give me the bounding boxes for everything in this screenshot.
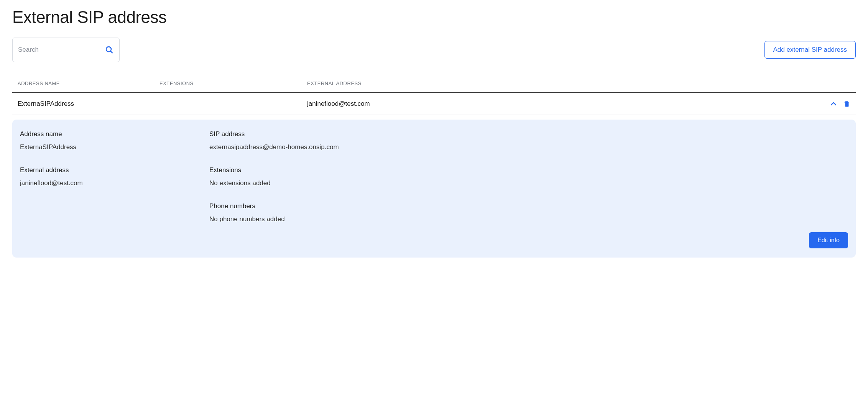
value-external-address: janineflood@test.com (20, 179, 209, 187)
table-header: ADDRESS NAME EXTENSIONS EXTERNAL ADDRESS (12, 80, 856, 93)
label-external-address: External address (20, 166, 209, 174)
col-header-external-address: EXTERNAL ADDRESS (307, 80, 820, 86)
label-phone-numbers: Phone numbers (209, 202, 848, 210)
detail-panel: Address name ExternaSIPAddress SIP addre… (12, 120, 856, 258)
search-box[interactable] (12, 38, 120, 62)
page-title: External SIP address (12, 8, 856, 27)
add-external-sip-button[interactable]: Add external SIP address (764, 41, 856, 59)
search-input[interactable] (18, 46, 105, 54)
field-extensions: Extensions No extensions added (209, 166, 848, 187)
field-external-address: External address janineflood@test.com (20, 166, 209, 223)
col-header-name: ADDRESS NAME (18, 80, 159, 86)
table-row[interactable]: ExternaSIPAddress janineflood@test.com (12, 93, 856, 115)
delete-icon[interactable] (843, 100, 850, 108)
cell-external-address: janineflood@test.com (307, 100, 820, 108)
toolbar: Add external SIP address (12, 38, 856, 62)
value-address-name: ExternaSIPAddress (20, 143, 209, 151)
label-extensions: Extensions (209, 166, 848, 174)
value-extensions: No extensions added (209, 179, 848, 187)
value-sip-address: externasipaddress@demo-homes.onsip.com (209, 143, 848, 151)
field-sip-address: SIP address externasipaddress@demo-homes… (209, 130, 848, 151)
label-address-name: Address name (20, 130, 209, 138)
label-sip-address: SIP address (209, 130, 848, 138)
col-header-extensions: EXTENSIONS (159, 80, 307, 86)
edit-info-button[interactable]: Edit info (809, 232, 848, 248)
value-phone-numbers: No phone numbers added (209, 215, 848, 223)
field-address-name: Address name ExternaSIPAddress (20, 130, 209, 151)
search-icon[interactable] (105, 45, 114, 54)
field-phone-numbers: Phone numbers No phone numbers added (209, 202, 848, 223)
cell-address-name: ExternaSIPAddress (18, 100, 159, 108)
svg-line-1 (110, 51, 112, 53)
sip-address-table: ADDRESS NAME EXTENSIONS EXTERNAL ADDRESS… (12, 80, 856, 258)
collapse-icon[interactable] (830, 100, 837, 108)
